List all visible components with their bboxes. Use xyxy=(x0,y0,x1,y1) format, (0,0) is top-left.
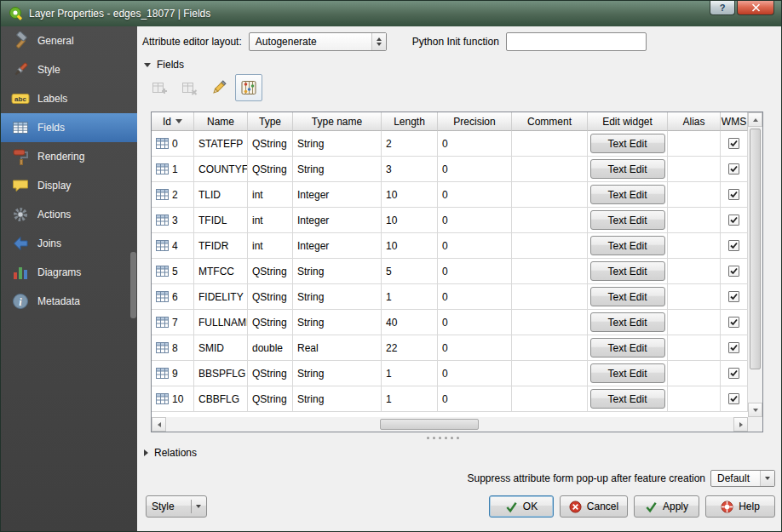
cell-comment[interactable] xyxy=(512,233,588,259)
column-header-alias[interactable]: Alias xyxy=(668,112,721,131)
apply-button[interactable]: Apply xyxy=(634,495,699,518)
cell-alias[interactable] xyxy=(668,233,721,259)
edit-widget-button[interactable]: Text Edit xyxy=(590,363,665,383)
delete-field-button[interactable] xyxy=(175,74,203,101)
column-header-edit-widget[interactable]: Edit widget xyxy=(588,112,668,131)
table-row[interactable]: 7 FULLNAME QString String 40 0 Text Edit xyxy=(152,310,748,335)
cell-alias[interactable] xyxy=(668,259,721,284)
cell-alias[interactable] xyxy=(668,335,721,361)
cell-alias[interactable] xyxy=(668,386,721,412)
cell-alias[interactable] xyxy=(668,284,721,310)
cell-comment[interactable] xyxy=(512,157,588,182)
sidebar-item-display[interactable]: Display xyxy=(1,171,137,200)
column-header-wms[interactable]: WMS xyxy=(721,112,748,131)
sidebar-item-actions[interactable]: Actions xyxy=(1,200,137,229)
cell-comment[interactable] xyxy=(512,259,588,284)
wms-checkbox[interactable] xyxy=(728,368,739,379)
cell-comment[interactable] xyxy=(512,310,588,335)
cell-comment[interactable] xyxy=(512,335,588,361)
sidebar-item-style[interactable]: Style xyxy=(1,55,137,84)
sidebar-scrollbar-thumb[interactable] xyxy=(130,252,136,318)
table-row[interactable]: 10 CBBFLG QString String 1 0 Text Edit xyxy=(152,386,748,412)
column-header-type-name[interactable]: Type name xyxy=(293,112,382,131)
horizontal-scrollbar-thumb[interactable] xyxy=(380,419,479,430)
cell-comment[interactable] xyxy=(512,131,588,157)
sidebar-item-general[interactable]: General xyxy=(1,26,137,55)
cell-comment[interactable] xyxy=(512,182,588,208)
sidebar-item-metadata[interactable]: i Metadata xyxy=(1,287,137,316)
edit-widget-button[interactable]: Text Edit xyxy=(590,210,665,230)
cell-alias[interactable] xyxy=(668,131,721,157)
wms-checkbox[interactable] xyxy=(728,163,739,174)
wms-checkbox[interactable] xyxy=(728,266,739,277)
column-header-id[interactable]: Id xyxy=(152,112,194,131)
ok-button[interactable]: OK xyxy=(489,495,554,518)
wms-checkbox[interactable] xyxy=(728,317,739,328)
sidebar-item-diagrams[interactable]: Diagrams xyxy=(1,258,137,287)
new-field-button[interactable] xyxy=(146,74,173,101)
suppress-form-popup-combo[interactable]: Default xyxy=(710,470,775,487)
fields-group-toggle[interactable]: Fields xyxy=(144,59,184,71)
vertical-scrollbar[interactable] xyxy=(748,112,762,417)
wms-checkbox[interactable] xyxy=(728,189,739,200)
edit-widget-button[interactable]: Text Edit xyxy=(590,185,665,204)
column-header-type[interactable]: Type xyxy=(248,112,293,131)
cell-alias[interactable] xyxy=(668,157,721,182)
attribute-editor-layout-combo[interactable]: Autogenerate xyxy=(249,32,387,51)
wms-checkbox[interactable] xyxy=(728,215,739,226)
table-row[interactable]: 8 SMID double Real 22 0 Text Edit xyxy=(152,335,748,361)
cell-alias[interactable] xyxy=(668,361,721,386)
wms-checkbox[interactable] xyxy=(728,138,739,149)
edit-widget-button[interactable]: Text Edit xyxy=(590,287,665,306)
cell-alias[interactable] xyxy=(668,182,721,208)
wms-checkbox[interactable] xyxy=(728,240,739,251)
titlebar[interactable]: Layer Properties - edges_18077 | Fields … xyxy=(1,1,781,26)
table-row[interactable]: 9 BBSPFLG QString String 1 0 Text Edit xyxy=(152,361,748,386)
style-button[interactable]: Style xyxy=(146,495,207,518)
table-row[interactable]: 1 COUNTYFP QString String 3 0 Text Edit xyxy=(152,157,748,182)
wms-checkbox[interactable] xyxy=(728,393,739,404)
table-row[interactable]: 5 MTFCC QString String 5 0 Text Edit xyxy=(152,259,748,284)
vertical-scrollbar-thumb[interactable] xyxy=(750,129,761,369)
column-header-length[interactable]: Length xyxy=(382,112,438,131)
scroll-up-button[interactable] xyxy=(748,112,762,127)
sidebar-item-fields[interactable]: Fields xyxy=(1,113,137,142)
table-row[interactable]: 6 FIDELITY QString String 1 0 Text Edit xyxy=(152,284,748,310)
cell-comment[interactable] xyxy=(512,208,588,233)
edit-widget-button[interactable]: Text Edit xyxy=(590,236,665,255)
scroll-left-button[interactable] xyxy=(152,417,166,432)
edit-widget-button[interactable]: Text Edit xyxy=(590,338,665,358)
column-header-precision[interactable]: Precision xyxy=(438,112,512,131)
cell-alias[interactable] xyxy=(668,208,721,233)
edit-widget-button[interactable]: Text Edit xyxy=(590,312,665,332)
sidebar-item-labels[interactable]: abc Labels xyxy=(1,84,137,113)
cell-alias[interactable] xyxy=(668,310,721,335)
window-help-button[interactable]: ? xyxy=(710,1,735,15)
edit-widget-button[interactable]: Text Edit xyxy=(590,389,665,409)
edit-widget-button[interactable]: Text Edit xyxy=(590,261,665,281)
splitter-handle[interactable] xyxy=(427,437,459,439)
window-close-button[interactable] xyxy=(737,1,774,15)
table-row[interactable]: 3 TFIDL int Integer 10 0 Text Edit xyxy=(152,208,748,233)
edit-widget-button[interactable]: Text Edit xyxy=(590,134,665,153)
relations-group-toggle[interactable]: Relations xyxy=(144,447,197,459)
cell-comment[interactable] xyxy=(512,361,588,386)
wms-checkbox[interactable] xyxy=(728,291,739,302)
field-calculator-button[interactable] xyxy=(235,74,262,101)
scroll-down-button[interactable] xyxy=(748,403,762,417)
scroll-right-button[interactable] xyxy=(733,417,748,432)
wms-checkbox[interactable] xyxy=(728,342,739,353)
table-row[interactable]: 0 STATEFP QString String 2 0 Text Edit xyxy=(152,131,748,157)
python-init-input[interactable] xyxy=(506,32,647,51)
column-header-comment[interactable]: Comment xyxy=(512,112,588,131)
sidebar-item-rendering[interactable]: Rendering xyxy=(1,142,137,171)
cell-comment[interactable] xyxy=(512,386,588,412)
toggle-editing-button[interactable] xyxy=(205,74,233,101)
cancel-button[interactable]: Cancel xyxy=(560,495,628,518)
help-button[interactable]: Help xyxy=(705,495,775,518)
horizontal-scrollbar[interactable] xyxy=(152,417,748,432)
table-row[interactable]: 4 TFIDR int Integer 10 0 Text Edit xyxy=(152,233,748,259)
cell-comment[interactable] xyxy=(512,284,588,310)
edit-widget-button[interactable]: Text Edit xyxy=(590,159,665,179)
sidebar-item-joins[interactable]: Joins xyxy=(1,229,137,258)
